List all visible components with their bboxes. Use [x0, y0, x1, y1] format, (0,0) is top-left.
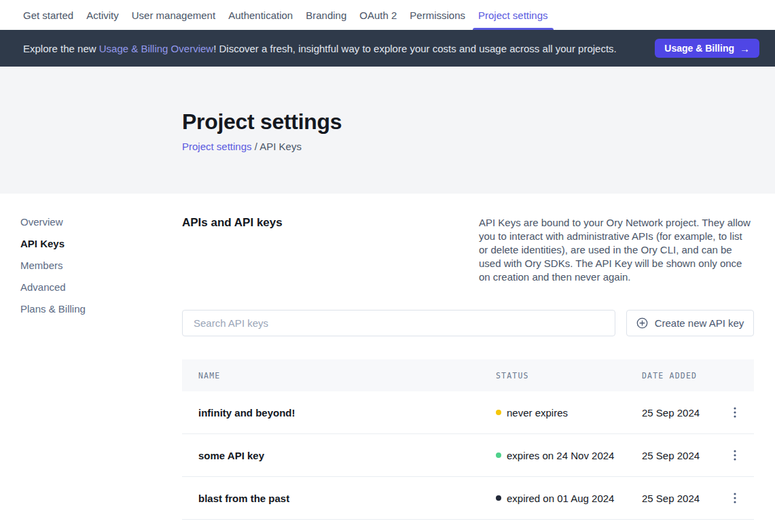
sidebar-item-members[interactable]: Members [20, 260, 182, 281]
api-key-name: infinity and beyond! [198, 407, 496, 419]
create-api-key-button[interactable]: Create new API key [626, 310, 754, 336]
create-api-key-label: Create new API key [655, 317, 744, 329]
status-text: expired on 01 Aug 2024 [507, 493, 614, 504]
kebab-menu-icon [734, 450, 736, 461]
breadcrumb-separator: / [252, 141, 260, 152]
usage-billing-overview-link[interactable]: Usage & Billing Overview [99, 43, 213, 54]
settings-sidebar: Overview API Keys Members Advanced Plans… [0, 194, 182, 520]
plus-circle-icon [636, 317, 648, 329]
tab-activity[interactable]: Activity [86, 0, 119, 30]
usage-billing-button[interactable]: Usage & Billing → [655, 39, 759, 58]
api-key-status: expired on 01 Aug 2024 [496, 493, 642, 504]
api-key-status: expires on 24 Nov 2024 [496, 450, 642, 461]
sidebar-item-overview[interactable]: Overview [20, 216, 182, 238]
row-actions-kebab-menu[interactable] [727, 404, 743, 421]
table-header-row: NAME STATUS DATE ADDED [182, 359, 754, 391]
status-dot [496, 495, 501, 501]
sidebar-item-plans-billing[interactable]: Plans & Billing [20, 303, 182, 325]
status-text: never expires [507, 407, 568, 419]
breadcrumb-project-settings-link[interactable]: Project settings [182, 141, 252, 152]
column-header-status: STATUS [496, 371, 642, 380]
content-area: Overview API Keys Members Advanced Plans… [0, 194, 775, 520]
search-input[interactable] [182, 310, 615, 336]
column-header-name: NAME [198, 371, 496, 380]
section-title: APIs and API keys [182, 216, 283, 230]
table-row: some API key expires on 24 Nov 2024 25 S… [182, 434, 754, 477]
api-key-date-added: 25 Sep 2024 [642, 493, 715, 504]
row-actions-kebab-menu[interactable] [727, 490, 743, 506]
status-text: expires on 24 Nov 2024 [507, 450, 614, 461]
usage-billing-button-label: Usage & Billing [664, 43, 734, 54]
page-header: Project settings Project settings / API … [0, 67, 775, 194]
arrow-right-icon: → [740, 43, 750, 54]
table-controls: Create new API key [182, 310, 754, 336]
sidebar-item-advanced[interactable]: Advanced [20, 281, 182, 303]
column-header-date-added: DATE ADDED [642, 371, 715, 380]
api-keys-panel: APIs and API keys API Keys are bound to … [182, 194, 775, 520]
api-keys-table: NAME STATUS DATE ADDED infinity and beyo… [182, 359, 754, 520]
section-description: API Keys are bound to your Ory Network p… [479, 216, 754, 284]
tab-oauth2[interactable]: OAuth 2 [359, 0, 397, 30]
banner-message: Explore the new Usage & Billing Overview… [23, 43, 655, 54]
usage-billing-banner: Explore the new Usage & Billing Overview… [0, 30, 775, 67]
api-key-name: some API key [198, 450, 496, 461]
section-intro: APIs and API keys API Keys are bound to … [182, 216, 754, 284]
breadcrumb: Project settings / API Keys [182, 141, 775, 152]
page-title: Project settings [182, 109, 775, 135]
api-key-name: blast from the past [198, 493, 496, 504]
tab-get-started[interactable]: Get started [23, 0, 73, 30]
tab-authentication[interactable]: Authentication [228, 0, 293, 30]
tab-permissions[interactable]: Permissions [410, 0, 465, 30]
banner-text-after: ! Discover a fresh, insightful way to ex… [213, 43, 617, 54]
top-navigation: Get started Activity User management Aut… [0, 0, 775, 30]
api-key-date-added: 25 Sep 2024 [642, 450, 715, 461]
banner-text-before: Explore the new [23, 43, 99, 54]
row-actions-kebab-menu[interactable] [727, 447, 743, 463]
status-dot [496, 410, 501, 415]
table-row: infinity and beyond! never expires 25 Se… [182, 391, 754, 434]
api-key-date-added: 25 Sep 2024 [642, 407, 715, 419]
sidebar-item-api-keys[interactable]: API Keys [20, 238, 182, 260]
breadcrumb-current: API Keys [259, 141, 302, 152]
tab-user-management[interactable]: User management [132, 0, 215, 30]
table-row: blast from the past expired on 01 Aug 20… [182, 477, 754, 520]
tab-branding[interactable]: Branding [306, 0, 346, 30]
kebab-menu-icon [734, 407, 736, 418]
tab-project-settings[interactable]: Project settings [478, 0, 548, 30]
kebab-menu-icon [734, 493, 736, 503]
api-key-status: never expires [496, 407, 642, 419]
status-dot [496, 453, 501, 458]
